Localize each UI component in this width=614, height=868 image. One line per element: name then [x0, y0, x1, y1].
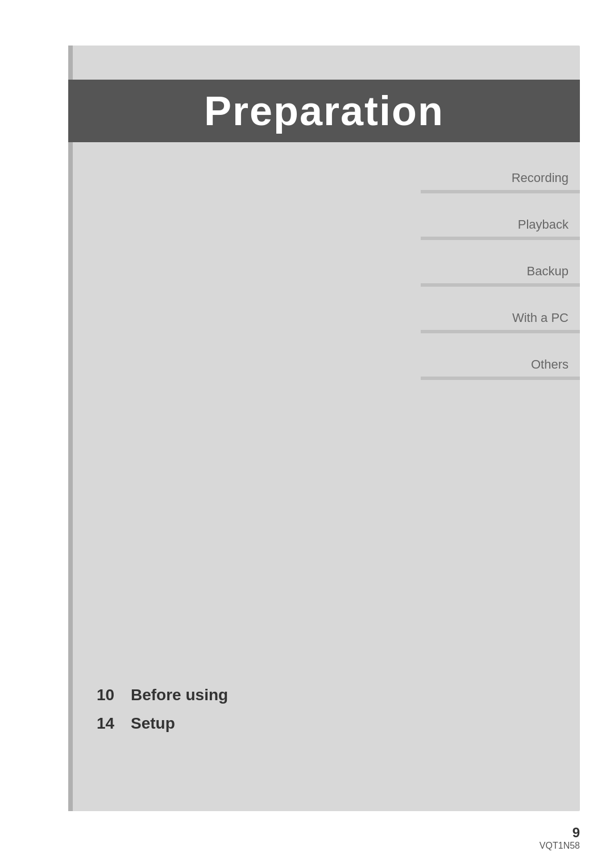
toc-number-1: 14 [97, 714, 131, 733]
tab-backup-label: Backup [421, 264, 580, 279]
tab-others-label: Others [421, 357, 580, 372]
page-footer: 9 VQT1N58 [540, 825, 580, 851]
toc-number-0: 10 [97, 686, 131, 704]
page-container: Preparation Recording Playback Backup Wi… [0, 0, 614, 868]
toc-text-1: Setup [131, 714, 175, 733]
tab-playback-bar [421, 237, 580, 240]
tab-recording[interactable]: Recording [421, 171, 580, 193]
toc-item-1: 14 Setup [97, 714, 523, 733]
tab-recording-bar [421, 190, 580, 193]
tab-others-bar [421, 377, 580, 380]
page-code: VQT1N58 [540, 841, 580, 851]
tabs-area: Recording Playback Backup With a PC Othe… [421, 171, 580, 404]
tab-recording-label: Recording [421, 171, 580, 185]
tab-with-a-pc-label: With a PC [421, 311, 580, 325]
page-number: 9 [540, 825, 580, 841]
tab-playback-label: Playback [421, 217, 580, 232]
tab-backup-bar [421, 283, 580, 287]
title-banner: Preparation [68, 80, 580, 142]
left-accent-bar [68, 46, 73, 811]
toc-item-0: 10 Before using [97, 686, 523, 704]
main-content-area: Preparation Recording Playback Backup Wi… [68, 46, 580, 811]
tab-backup[interactable]: Backup [421, 264, 580, 287]
tab-with-a-pc-bar [421, 330, 580, 333]
tab-with-a-pc[interactable]: With a PC [421, 311, 580, 333]
page-title: Preparation [204, 88, 444, 134]
toc-area: 10 Before using 14 Setup [97, 686, 523, 743]
tab-playback[interactable]: Playback [421, 217, 580, 240]
tab-others[interactable]: Others [421, 357, 580, 380]
toc-text-0: Before using [131, 686, 228, 704]
